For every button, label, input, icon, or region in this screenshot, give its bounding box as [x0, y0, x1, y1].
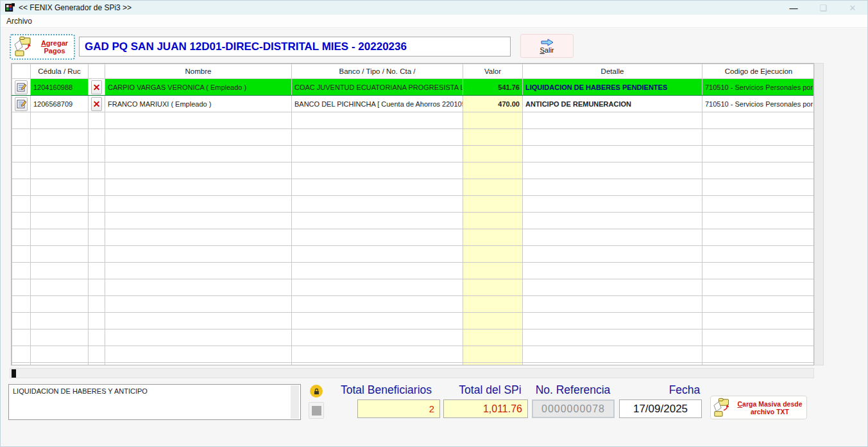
minimize-button[interactable]: — — [779, 1, 808, 15]
valor-cell: 541.76 — [463, 79, 523, 96]
agregar-pagos-button[interactable]: Agregar Pagos — [10, 34, 75, 60]
app-icon — [5, 3, 15, 12]
header-banco: Banco / Tipo / No. Cta / — [292, 64, 463, 79]
maximize-button[interactable]: ❏ — [808, 1, 838, 15]
empty-row — [12, 246, 815, 263]
fecha-field[interactable]: 17/09/2025 — [619, 399, 702, 418]
total-spi-label: Total del SPi — [452, 383, 528, 398]
app-window: << FENIX Generador de SPi3 >> — ❏ ✕ Arch… — [0, 0, 868, 447]
edit-row-button[interactable] — [15, 80, 28, 94]
grid-vertical-scrollbar[interactable] — [814, 63, 824, 365]
observaciones-scrollbar[interactable] — [291, 385, 299, 419]
detalle-cell: LIQUIDACION DE HABERES PENDIENTES — [523, 79, 702, 96]
empty-row — [12, 346, 815, 363]
delete-row-button[interactable]: ✕ — [91, 80, 102, 94]
close-button[interactable]: ✕ — [838, 1, 867, 15]
edit-row-button[interactable] — [15, 97, 28, 111]
grid-horizontal-scrollbar[interactable] — [10, 368, 814, 378]
banco-cell: COAC JUVENTUD ECUATORIANA PROGRESISTA LT… — [292, 79, 463, 96]
salir-button[interactable]: Salir — [520, 34, 574, 58]
empty-row — [12, 162, 815, 179]
agregar-pagos-label: Agregar Pagos — [38, 39, 71, 55]
edit-icon — [17, 82, 26, 92]
cedula-cell: 1204160988 — [31, 79, 89, 96]
empty-row — [12, 279, 815, 296]
empty-row — [12, 263, 815, 279]
delete-x-icon: ✕ — [93, 100, 101, 109]
add-payments-folder-icon — [13, 37, 35, 57]
empty-row — [12, 213, 815, 229]
empty-row — [12, 229, 815, 246]
delete-row-button[interactable]: ✕ — [91, 97, 102, 111]
empty-row — [12, 146, 815, 162]
header-delete-col — [89, 64, 105, 79]
scrollbar-thumb[interactable] — [12, 369, 16, 378]
grid-header-row: Cédula / Ruc Nombre Banco / Tipo / No. C… — [12, 64, 815, 79]
empty-row — [12, 296, 815, 313]
gray-square-button[interactable] — [309, 402, 324, 419]
delete-cell: ✕ — [89, 96, 105, 112]
edit-cell — [12, 96, 31, 112]
empty-row — [12, 363, 815, 366]
empty-row — [12, 329, 815, 346]
carga-masiva-button[interactable]: Carga Masiva desde archivo TXT — [710, 396, 807, 419]
header-detalle: Detalle — [523, 64, 702, 79]
header-codigo: Codigo de Ejecucion — [702, 64, 815, 79]
payment-row: 1206568709 ✕ FRANCO MARIUXI ( Empleado )… — [12, 96, 815, 112]
edit-icon — [17, 99, 26, 109]
nombre-cell: FRANCO MARIUXI ( Empleado ) — [105, 96, 292, 112]
salir-label: Salir — [540, 46, 554, 54]
lock-button[interactable] — [310, 385, 323, 398]
empty-row — [12, 179, 815, 196]
header-valor: Valor — [463, 64, 523, 79]
bulk-load-folder-icon — [713, 398, 733, 418]
window-title: << FENIX Generador de SPi3 >> — [19, 3, 132, 12]
gray-square-icon — [312, 406, 321, 416]
lock-icon — [313, 388, 320, 395]
referencia-field: 0000000078 — [532, 399, 615, 418]
observaciones-textarea[interactable] — [8, 384, 301, 420]
valor-cell: 470.00 — [463, 96, 523, 112]
codigo-cell: 710510 - Servicios Personales por Contra… — [702, 96, 815, 112]
detalle-cell: ANTICIPO DE REMUNERACION — [523, 96, 702, 112]
empty-row — [12, 112, 815, 129]
referencia-label: No. Referencia — [531, 383, 615, 398]
codigo-cell: 710510 - Servicios Personales por Contra… — [702, 79, 815, 96]
batch-title-input[interactable] — [79, 37, 511, 57]
exit-arrow-icon — [541, 39, 554, 46]
delete-x-icon: ✕ — [93, 83, 101, 92]
delete-cell: ✕ — [89, 79, 105, 96]
total-beneficiarios-label: Total Beneficiarios — [333, 383, 439, 398]
empty-row — [12, 129, 815, 146]
cedula-cell: 1206568709 — [31, 96, 89, 112]
menu-archivo[interactable]: Archivo — [1, 15, 38, 27]
menubar: Archivo — [1, 15, 867, 28]
total-spi-field: 1,011.76 — [443, 399, 528, 418]
header-cedula: Cédula / Ruc — [31, 64, 89, 79]
empty-row — [12, 313, 815, 329]
titlebar: << FENIX Generador de SPi3 >> — ❏ ✕ — [1, 1, 867, 15]
payment-row: 1204160988 ✕ CARPIO VARGAS VERONICA ( Em… — [12, 79, 815, 96]
total-beneficiarios-field: 2 — [357, 399, 440, 418]
nombre-cell: CARPIO VARGAS VERONICA ( Empleado ) — [105, 79, 292, 96]
carga-masiva-label: Carga Masiva desde archivo TXT — [735, 400, 804, 416]
empty-row — [12, 196, 815, 213]
banco-cell: BANCO DEL PICHINCHA [ Cuenta de Ahorros … — [292, 96, 463, 112]
header-edit-col — [12, 64, 31, 79]
payments-grid: Cédula / Ruc Nombre Banco / Tipo / No. C… — [11, 63, 814, 365]
header-nombre: Nombre — [105, 64, 292, 79]
edit-cell — [12, 79, 31, 96]
